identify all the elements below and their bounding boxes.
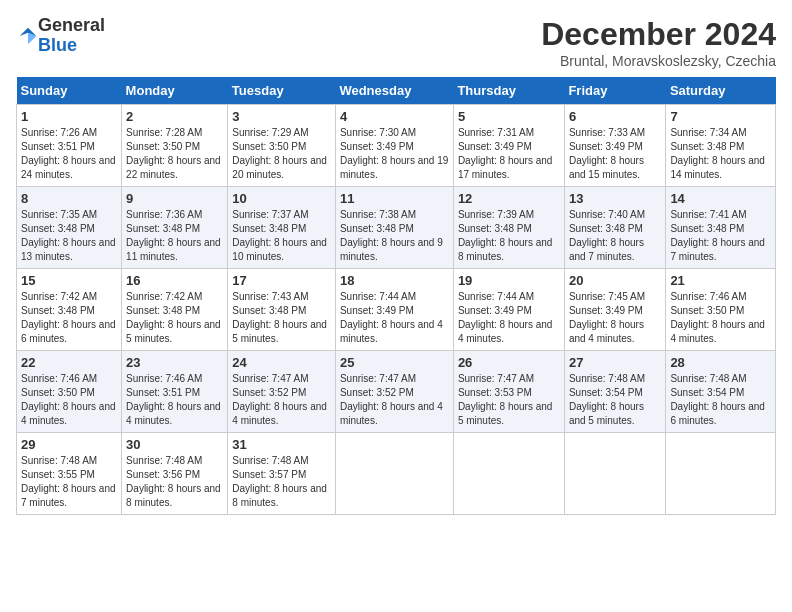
logo-text: General Blue [38, 16, 105, 56]
calendar-cell: 11Sunrise: 7:38 AMSunset: 3:48 PMDayligh… [335, 187, 453, 269]
calendar-cell: 12Sunrise: 7:39 AMSunset: 3:48 PMDayligh… [453, 187, 564, 269]
day-number: 6 [569, 109, 661, 124]
calendar-cell: 3Sunrise: 7:29 AMSunset: 3:50 PMDaylight… [228, 105, 336, 187]
day-number: 1 [21, 109, 117, 124]
day-info: Sunrise: 7:39 AMSunset: 3:48 PMDaylight:… [458, 208, 560, 264]
day-number: 29 [21, 437, 117, 452]
day-number: 7 [670, 109, 771, 124]
day-info: Sunrise: 7:47 AMSunset: 3:52 PMDaylight:… [340, 372, 449, 428]
day-info: Sunrise: 7:30 AMSunset: 3:49 PMDaylight:… [340, 126, 449, 182]
day-number: 22 [21, 355, 117, 370]
calendar-cell: 29Sunrise: 7:48 AMSunset: 3:55 PMDayligh… [17, 433, 122, 515]
day-number: 18 [340, 273, 449, 288]
day-info: Sunrise: 7:47 AMSunset: 3:53 PMDaylight:… [458, 372, 560, 428]
day-number: 15 [21, 273, 117, 288]
day-number: 4 [340, 109, 449, 124]
header-col-friday: Friday [564, 77, 665, 105]
calendar-cell: 23Sunrise: 7:46 AMSunset: 3:51 PMDayligh… [122, 351, 228, 433]
day-info: Sunrise: 7:46 AMSunset: 3:50 PMDaylight:… [670, 290, 771, 346]
day-info: Sunrise: 7:46 AMSunset: 3:51 PMDaylight:… [126, 372, 223, 428]
day-info: Sunrise: 7:37 AMSunset: 3:48 PMDaylight:… [232, 208, 331, 264]
day-info: Sunrise: 7:46 AMSunset: 3:50 PMDaylight:… [21, 372, 117, 428]
week-row-2: 8Sunrise: 7:35 AMSunset: 3:48 PMDaylight… [17, 187, 776, 269]
calendar-header-row: SundayMondayTuesdayWednesdayThursdayFrid… [17, 77, 776, 105]
day-number: 5 [458, 109, 560, 124]
day-info: Sunrise: 7:47 AMSunset: 3:52 PMDaylight:… [232, 372, 331, 428]
day-info: Sunrise: 7:44 AMSunset: 3:49 PMDaylight:… [458, 290, 560, 346]
day-info: Sunrise: 7:48 AMSunset: 3:55 PMDaylight:… [21, 454, 117, 510]
calendar-cell: 24Sunrise: 7:47 AMSunset: 3:52 PMDayligh… [228, 351, 336, 433]
calendar-cell: 30Sunrise: 7:48 AMSunset: 3:56 PMDayligh… [122, 433, 228, 515]
day-number: 27 [569, 355, 661, 370]
day-info: Sunrise: 7:42 AMSunset: 3:48 PMDaylight:… [126, 290, 223, 346]
header-col-thursday: Thursday [453, 77, 564, 105]
calendar-cell [453, 433, 564, 515]
day-number: 19 [458, 273, 560, 288]
day-number: 26 [458, 355, 560, 370]
day-info: Sunrise: 7:38 AMSunset: 3:48 PMDaylight:… [340, 208, 449, 264]
calendar-cell: 2Sunrise: 7:28 AMSunset: 3:50 PMDaylight… [122, 105, 228, 187]
calendar-cell: 20Sunrise: 7:45 AMSunset: 3:49 PMDayligh… [564, 269, 665, 351]
calendar-cell: 28Sunrise: 7:48 AMSunset: 3:54 PMDayligh… [666, 351, 776, 433]
logo-icon [18, 26, 38, 46]
calendar-cell [564, 433, 665, 515]
calendar-cell: 8Sunrise: 7:35 AMSunset: 3:48 PMDaylight… [17, 187, 122, 269]
day-number: 13 [569, 191, 661, 206]
calendar-cell: 19Sunrise: 7:44 AMSunset: 3:49 PMDayligh… [453, 269, 564, 351]
day-info: Sunrise: 7:48 AMSunset: 3:54 PMDaylight:… [670, 372, 771, 428]
logo: General Blue [16, 16, 105, 56]
calendar-cell: 21Sunrise: 7:46 AMSunset: 3:50 PMDayligh… [666, 269, 776, 351]
day-number: 16 [126, 273, 223, 288]
calendar-cell: 6Sunrise: 7:33 AMSunset: 3:49 PMDaylight… [564, 105, 665, 187]
header-col-monday: Monday [122, 77, 228, 105]
day-info: Sunrise: 7:34 AMSunset: 3:48 PMDaylight:… [670, 126, 771, 182]
day-info: Sunrise: 7:35 AMSunset: 3:48 PMDaylight:… [21, 208, 117, 264]
calendar-cell: 27Sunrise: 7:48 AMSunset: 3:54 PMDayligh… [564, 351, 665, 433]
calendar-cell: 18Sunrise: 7:44 AMSunset: 3:49 PMDayligh… [335, 269, 453, 351]
day-number: 2 [126, 109, 223, 124]
week-row-4: 22Sunrise: 7:46 AMSunset: 3:50 PMDayligh… [17, 351, 776, 433]
day-info: Sunrise: 7:33 AMSunset: 3:49 PMDaylight:… [569, 126, 661, 182]
week-row-1: 1Sunrise: 7:26 AMSunset: 3:51 PMDaylight… [17, 105, 776, 187]
header-col-wednesday: Wednesday [335, 77, 453, 105]
calendar-cell: 25Sunrise: 7:47 AMSunset: 3:52 PMDayligh… [335, 351, 453, 433]
page-header: General Blue December 2024 Bruntal, Mora… [16, 16, 776, 69]
day-info: Sunrise: 7:42 AMSunset: 3:48 PMDaylight:… [21, 290, 117, 346]
day-info: Sunrise: 7:40 AMSunset: 3:48 PMDaylight:… [569, 208, 661, 264]
day-number: 8 [21, 191, 117, 206]
day-number: 9 [126, 191, 223, 206]
calendar-cell: 13Sunrise: 7:40 AMSunset: 3:48 PMDayligh… [564, 187, 665, 269]
svg-marker-1 [28, 32, 36, 44]
calendar-cell: 4Sunrise: 7:30 AMSunset: 3:49 PMDaylight… [335, 105, 453, 187]
calendar-cell: 14Sunrise: 7:41 AMSunset: 3:48 PMDayligh… [666, 187, 776, 269]
header-col-saturday: Saturday [666, 77, 776, 105]
day-info: Sunrise: 7:48 AMSunset: 3:56 PMDaylight:… [126, 454, 223, 510]
calendar-cell [335, 433, 453, 515]
day-info: Sunrise: 7:43 AMSunset: 3:48 PMDaylight:… [232, 290, 331, 346]
calendar-cell: 26Sunrise: 7:47 AMSunset: 3:53 PMDayligh… [453, 351, 564, 433]
calendar-cell: 22Sunrise: 7:46 AMSunset: 3:50 PMDayligh… [17, 351, 122, 433]
day-info: Sunrise: 7:44 AMSunset: 3:49 PMDaylight:… [340, 290, 449, 346]
title-block: December 2024 Bruntal, Moravskoslezsky, … [541, 16, 776, 69]
calendar-cell: 15Sunrise: 7:42 AMSunset: 3:48 PMDayligh… [17, 269, 122, 351]
day-number: 10 [232, 191, 331, 206]
day-info: Sunrise: 7:48 AMSunset: 3:57 PMDaylight:… [232, 454, 331, 510]
calendar-table: SundayMondayTuesdayWednesdayThursdayFrid… [16, 77, 776, 515]
calendar-cell: 1Sunrise: 7:26 AMSunset: 3:51 PMDaylight… [17, 105, 122, 187]
day-info: Sunrise: 7:26 AMSunset: 3:51 PMDaylight:… [21, 126, 117, 182]
day-info: Sunrise: 7:29 AMSunset: 3:50 PMDaylight:… [232, 126, 331, 182]
calendar-cell: 9Sunrise: 7:36 AMSunset: 3:48 PMDaylight… [122, 187, 228, 269]
day-number: 25 [340, 355, 449, 370]
day-number: 17 [232, 273, 331, 288]
day-info: Sunrise: 7:36 AMSunset: 3:48 PMDaylight:… [126, 208, 223, 264]
week-row-3: 15Sunrise: 7:42 AMSunset: 3:48 PMDayligh… [17, 269, 776, 351]
day-number: 14 [670, 191, 771, 206]
day-info: Sunrise: 7:28 AMSunset: 3:50 PMDaylight:… [126, 126, 223, 182]
calendar-cell [666, 433, 776, 515]
day-number: 28 [670, 355, 771, 370]
page-subtitle: Bruntal, Moravskoslezsky, Czechia [541, 53, 776, 69]
header-col-tuesday: Tuesday [228, 77, 336, 105]
day-number: 21 [670, 273, 771, 288]
calendar-cell: 31Sunrise: 7:48 AMSunset: 3:57 PMDayligh… [228, 433, 336, 515]
day-number: 30 [126, 437, 223, 452]
